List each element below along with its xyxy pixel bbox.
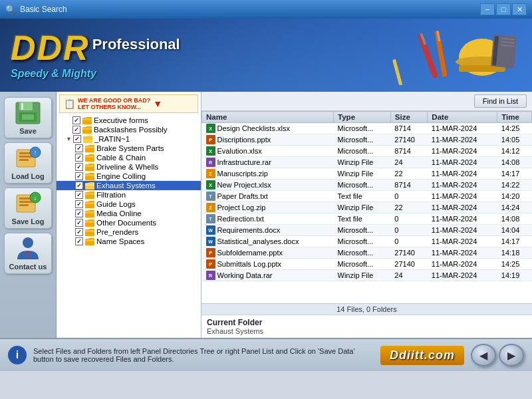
file-date-cell: 11-MAR-2024 [428,270,497,281]
file-type-cell: Microsoft... [334,180,391,191]
tree-item-driveline-whells[interactable]: Driveline & Whells [57,162,201,172]
table-row[interactable]: PSubfoldername.pptxMicrosoft...2714011-M… [202,247,532,259]
tree-item-_ratin1[interactable]: ▼_RATIN~1 [57,134,201,144]
file-name-text: Evalution.xlsx [217,147,262,155]
file-list-table: Name Type Size Date Time XDesign Checkli… [201,111,532,281]
table-row[interactable]: RInfrastructure.rarWinzip File2411-MAR-2… [202,157,532,168]
file-type-icon-pptx: P [206,248,215,257]
folder-tree[interactable]: Executive formsBackslashes Possibly▼_RAT… [57,116,201,338]
logo-tagline: Speedy & Mighty [11,68,180,80]
tree-item-backslashes-possibly[interactable]: Backslashes Possibly [57,125,201,134]
checkbox-_ratin1[interactable] [73,135,81,143]
file-time-cell: 14:18 [497,247,532,259]
save-svg [14,100,42,126]
file-name-text: Design Checklists.xlsx [217,124,290,132]
table-row[interactable]: TRedirection.txtText file011-MAR-202414:… [202,213,532,225]
file-name-cell: PSubmittals Log.pptx [202,259,334,270]
checkbox-pre-renders[interactable] [75,228,83,236]
tree-item-cable-chain[interactable]: Cable & Chain [57,153,201,162]
info-icon-text: i [16,349,19,361]
file-date-cell: 11-MAR-2024 [428,168,497,180]
checkbox-driveline-whells[interactable] [75,163,83,171]
table-row[interactable]: WRequirements.docxMicrosoft...011-MAR-20… [202,225,532,236]
we-are-banner[interactable]: 📋 WE ARE GOOD OR BAD? LET OTHERS KNOW...… [59,94,198,113]
find-in-list-button[interactable]: Find in List [474,94,527,108]
tree-item-pre-renders[interactable]: Pre_renders [57,227,201,237]
table-row[interactable]: PDiscriptions.pptxMicrosoft...2714011-MA… [202,134,532,146]
table-row[interactable]: XDesign Checklists.xlsxMicrosoft...87141… [202,123,532,134]
folder-icon [85,200,94,208]
checkbox-exhaust-systems[interactable] [75,182,83,190]
svg-rect-16 [21,103,23,110]
minimize-button[interactable]: − [480,3,495,15]
file-count-bar: 14 Files, 0 Folders [201,303,532,315]
file-type-cell: Microsoft... [334,134,391,146]
expand-icon[interactable]: ▼ [66,136,72,142]
tree-item-guide-logs[interactable]: Guide Logs [57,200,201,209]
close-button[interactable]: ✕ [512,3,527,15]
file-type-cell: Microsoft... [334,259,391,270]
tree-item-filtration[interactable]: Filtration [57,190,201,200]
table-row[interactable]: PSubmittals Log.pptxMicrosoft...2714011-… [202,259,532,270]
load-log-label: Load Log [11,172,45,180]
checkbox-name-spaces[interactable] [75,237,83,245]
svg-rect-22 [19,159,29,161]
folder-icon [82,126,92,134]
table-row[interactable]: WStatistical_analyses.docxMicrosoft...01… [202,236,532,247]
load-log-button[interactable]: ↑ Load Log [4,142,52,184]
contact-svg [14,236,42,261]
checkbox-other-documents[interactable] [75,219,83,227]
table-row[interactable]: XNew Project.xlsxMicrosoft...871411-MAR-… [202,180,532,191]
status-text: Select Files and Folders from left Panel… [33,347,374,363]
file-size-cell: 8714 [390,180,428,191]
table-row[interactable]: ZProject Log.zipWinzip File2211-MAR-2024… [202,202,532,213]
maximize-button[interactable]: □ [496,3,511,15]
file-type-icon-rar: R [206,271,215,280]
file-name-cell: PSubfoldername.pptx [202,247,334,259]
right-panel: Find in List Name Type Size Date Time XD… [201,92,532,338]
tree-item-brake-system-parts[interactable]: Brake System Parts [57,144,201,153]
checkbox-engine-colling[interactable] [75,172,83,180]
banner-dropdown-icon[interactable]: ▼ [153,98,162,109]
checkbox-media-online[interactable] [75,209,83,217]
file-date-cell: 11-MAR-2024 [428,202,497,213]
file-time-cell: 14:25 [497,123,532,134]
svg-rect-44 [85,230,94,232]
checkbox-filtration[interactable] [75,191,83,199]
header-tools-decoration [386,25,519,85]
col-name[interactable]: Name [202,112,334,123]
tree-item-media-online[interactable]: Media Online [57,209,201,218]
file-type-cell: Winzip File [334,202,391,213]
tree-item-label-cable-chain: Cable & Chain [96,154,146,162]
file-name-text: Submittals Log.pptx [217,260,282,268]
checkbox-brake-system-parts[interactable] [75,144,83,152]
save-button[interactable]: Save [4,97,52,138]
contact-button[interactable]: Contact us [4,233,52,274]
checkbox-executive-forms[interactable] [72,116,80,124]
tree-item-name-spaces[interactable]: Name Spaces [57,237,201,246]
file-name-cell: RInfrastructure.rar [202,157,334,168]
save-label: Save [19,127,37,135]
col-type[interactable]: Type [334,112,391,123]
table-row[interactable]: ZManuscripts.zipWinzip File2211-MAR-2024… [202,168,532,180]
forward-button[interactable]: ▶ [499,344,524,366]
col-time[interactable]: Time [497,112,532,123]
table-row[interactable]: TPaper Drafts.txtText file011-MAR-202414… [202,191,532,202]
checkbox-backslashes-possibly[interactable] [72,126,80,134]
checkbox-guide-logs[interactable] [75,200,83,208]
tree-item-engine-colling[interactable]: Engine Colling [57,172,201,181]
col-size[interactable]: Size [390,112,428,123]
back-button[interactable]: ◀ [471,344,496,366]
file-date-cell: 11-MAR-2024 [428,180,497,191]
tree-item-label-driveline-whells: Driveline & Whells [96,163,158,171]
table-row[interactable]: XEvalution.xlsxMicrosoft...871411-MAR-20… [202,146,532,157]
tree-item-other-documents[interactable]: Other Documents [57,218,201,227]
save-log-button[interactable]: ↓ Save Log [4,188,52,229]
tree-item-executive-forms[interactable]: Executive forms [57,116,201,125]
file-date-cell: 11-MAR-2024 [428,191,497,202]
tree-item-exhaust-systems[interactable]: Exhaust Systems [57,181,201,190]
table-row[interactable]: RWorking Data.rarWinzip File2411-MAR-202… [202,270,532,281]
file-table[interactable]: Name Type Size Date Time XDesign Checkli… [201,111,532,303]
col-date[interactable]: Date [428,112,497,123]
checkbox-cable-chain[interactable] [75,154,83,162]
